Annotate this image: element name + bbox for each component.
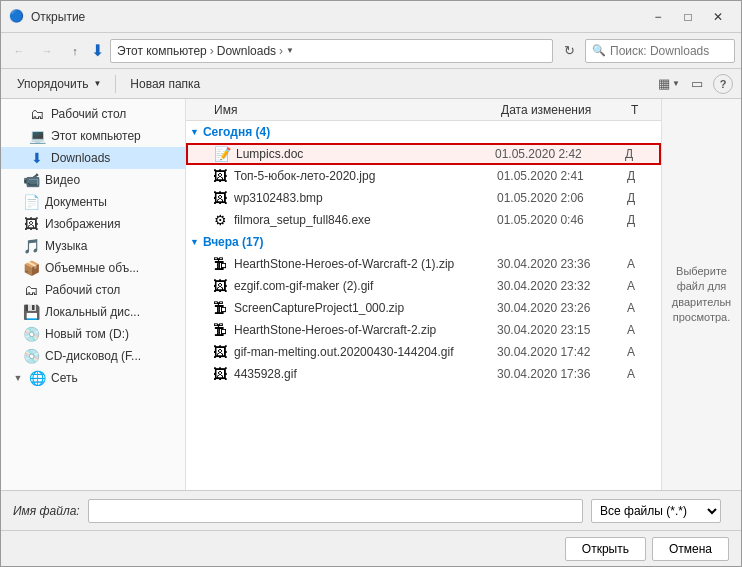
address-bar: ← → ↑ ⬇ Этот компьютер › Downloads › ▼ ↻… xyxy=(1,33,741,69)
wp3102483-bmp-date: 01.05.2020 2:06 xyxy=(497,191,627,205)
hearthstone-zip2-icon: 🗜 xyxy=(210,322,230,338)
sidebar-item-local-disk[interactable]: 💾 Локальный дис... xyxy=(1,301,185,323)
lumpics-doc-date: 01.05.2020 2:42 xyxy=(495,147,625,161)
filetype-select[interactable]: Все файлы (*.*) xyxy=(591,499,721,523)
view-icon: ▦ xyxy=(658,76,670,91)
refresh-button[interactable]: ↻ xyxy=(557,39,581,63)
file-top5-jpg[interactable]: 🖼 Топ-5-юбок-лето-2020.jpg 01.05.2020 2:… xyxy=(186,165,661,187)
ezgif-gif-icon: 🖼 xyxy=(210,278,230,294)
file-ezgif-gif[interactable]: 🖼 ezgif.com-gif-maker (2).gif 30.04.2020… xyxy=(186,275,661,297)
minimize-button[interactable]: − xyxy=(643,7,673,27)
sidebar-item-images[interactable]: 🖼 Изображения xyxy=(1,213,185,235)
organize-button[interactable]: Упорядочить ▼ xyxy=(9,73,109,95)
sidebar-item-3d[interactable]: 📦 Объемные объ... xyxy=(1,257,185,279)
gifman-gif-name: gif-man-melting.out.20200430-144204.gif xyxy=(234,345,497,359)
group-today[interactable]: ▼ Сегодня (4) xyxy=(186,121,661,143)
file-lumpics-doc[interactable]: 📝 Lumpics.doc 01.05.2020 2:42 Д xyxy=(186,143,661,165)
sidebar-expand-network: ▼ xyxy=(13,373,23,383)
top5-jpg-icon: 🖼 xyxy=(210,168,230,184)
file-hearthstone-zip2[interactable]: 🗜 HearthStone-Heroes-of-Warcraft-2.zip 3… xyxy=(186,319,661,341)
new-folder-button[interactable]: Новая папка xyxy=(122,73,208,95)
preview-text: Выберите файл для дварительн просмотра. xyxy=(670,264,733,326)
sidebar-item-cd-drive[interactable]: 💿 CD-дисковод (F... xyxy=(1,345,185,367)
sidebar-item-network[interactable]: ▼ 🌐 Сеть xyxy=(1,367,185,389)
wp3102483-bmp-name: wp3102483.bmp xyxy=(234,191,497,205)
screencapture-zip-name: ScreenCaptureProject1_000.zip xyxy=(234,301,497,315)
sidebar-item-desktop2[interactable]: 🗂 Рабочий стол xyxy=(1,279,185,301)
file-hearthstone-zip1[interactable]: 🗜 HearthStone-Heroes-of-Warcraft-2 (1).z… xyxy=(186,253,661,275)
downloads-icon: ⬇ xyxy=(29,150,45,166)
sidebar-item-new-volume[interactable]: 💿 Новый том (D:) xyxy=(1,323,185,345)
sidebar-item-this-pc[interactable]: 💻 Этот компьютер xyxy=(1,125,185,147)
sidebar-label-cd-drive: CD-дисковод (F... xyxy=(45,349,177,363)
col-header-type[interactable]: Т xyxy=(627,99,657,120)
path-drive-icon: ⬇ xyxy=(91,41,104,60)
4435928-gif-name: 4435928.gif xyxy=(234,367,497,381)
forward-button[interactable]: → xyxy=(35,39,59,63)
sidebar-item-desktop[interactable]: 🗂 Рабочий стол xyxy=(1,103,185,125)
search-bar[interactable]: 🔍 xyxy=(585,39,735,63)
file-gifman-gif[interactable]: 🖼 gif-man-melting.out.20200430-144204.gi… xyxy=(186,341,661,363)
sidebar-item-music[interactable]: 🎵 Музыка xyxy=(1,235,185,257)
filename-label: Имя файла: xyxy=(13,504,80,518)
4435928-gif-type: А xyxy=(627,367,657,381)
sidebar-item-downloads[interactable]: ⬇ Downloads xyxy=(1,147,185,169)
group-today-toggle-icon: ▼ xyxy=(190,127,199,137)
desktop-icon: 🗂 xyxy=(29,106,45,122)
search-input[interactable] xyxy=(610,44,728,58)
sidebar-label-3d: Объемные объ... xyxy=(45,261,177,275)
hearthstone-zip1-name: HearthStone-Heroes-of-Warcraft-2 (1).zip xyxy=(234,257,497,271)
gifman-gif-type: А xyxy=(627,345,657,359)
main-area: 🗂 Рабочий стол 💻 Этот компьютер ⬇ Downlo… xyxy=(1,99,741,490)
col-header-date[interactable]: Дата изменения xyxy=(497,99,627,120)
hearthstone-zip2-type: А xyxy=(627,323,657,337)
view-arrow-icon: ▼ xyxy=(672,79,680,88)
chrome-icon: 🔵 xyxy=(9,9,25,25)
lumpics-doc-type: Д xyxy=(625,147,655,161)
action-bar: Открыть Отмена xyxy=(1,530,741,566)
lumpics-doc-name: Lumpics.doc xyxy=(236,147,495,161)
maximize-button[interactable]: □ xyxy=(673,7,703,27)
toolbar-separator xyxy=(115,75,116,93)
sidebar-item-documents[interactable]: 📄 Документы xyxy=(1,191,185,213)
column-headers: Имя Дата изменения Т xyxy=(186,99,661,121)
file-wp3102483-bmp[interactable]: 🖼 wp3102483.bmp 01.05.2020 2:06 Д xyxy=(186,187,661,209)
gifman-gif-date: 30.04.2020 17:42 xyxy=(497,345,627,359)
open-button[interactable]: Открыть xyxy=(565,537,646,561)
search-icon: 🔍 xyxy=(592,44,606,57)
bottom-bar: Имя файла: Все файлы (*.*) xyxy=(1,490,741,530)
toolbar: Упорядочить ▼ Новая папка ▦ ▼ ▭ ? xyxy=(1,69,741,99)
file-filmora-exe[interactable]: ⚙ filmora_setup_full846.exe 01.05.2020 0… xyxy=(186,209,661,231)
sidebar-label-music: Музыка xyxy=(45,239,177,253)
filmora-exe-date: 01.05.2020 0:46 xyxy=(497,213,627,227)
file-4435928-gif[interactable]: 🖼 4435928.gif 30.04.2020 17:36 А xyxy=(186,363,661,385)
sidebar-label-local-disk: Локальный дис... xyxy=(45,305,177,319)
breadcrumb-bar[interactable]: Этот компьютер › Downloads › ▼ xyxy=(110,39,553,63)
wp3102483-bmp-icon: 🖼 xyxy=(210,190,230,206)
file-list-body: ▼ Сегодня (4) 📝 Lumpics.doc 01.05.2020 2… xyxy=(186,121,661,490)
pane-button[interactable]: ▭ xyxy=(685,73,709,95)
up-button[interactable]: ↑ xyxy=(63,39,87,63)
help-button[interactable]: ? xyxy=(713,74,733,94)
cancel-button[interactable]: Отмена xyxy=(652,537,729,561)
sidebar-item-video[interactable]: 📹 Видео xyxy=(1,169,185,191)
network-icon: 🌐 xyxy=(29,370,45,386)
hearthstone-zip1-type: А xyxy=(627,257,657,271)
wp3102483-bmp-type: Д xyxy=(627,191,657,205)
col-header-name[interactable]: Имя xyxy=(210,99,497,120)
back-button[interactable]: ← xyxy=(7,39,31,63)
filmora-exe-name: filmora_setup_full846.exe xyxy=(234,213,497,227)
window-title: Открытие xyxy=(31,10,643,24)
sidebar-label-new-volume: Новый том (D:) xyxy=(45,327,177,341)
group-yesterday[interactable]: ▼ Вчера (17) xyxy=(186,231,661,253)
breadcrumb-sep-2: › xyxy=(279,44,283,58)
breadcrumb-computer: Этот компьютер xyxy=(117,44,207,58)
sidebar-label-network: Сеть xyxy=(51,371,177,385)
desktop2-icon: 🗂 xyxy=(23,282,39,298)
file-screencapture-zip[interactable]: 🗜 ScreenCaptureProject1_000.zip 30.04.20… xyxy=(186,297,661,319)
group-yesterday-label: Вчера (17) xyxy=(203,235,264,249)
filename-input[interactable] xyxy=(88,499,583,523)
close-button[interactable]: ✕ xyxy=(703,7,733,27)
view-button[interactable]: ▦ ▼ xyxy=(657,73,681,95)
top5-jpg-name: Топ-5-юбок-лето-2020.jpg xyxy=(234,169,497,183)
